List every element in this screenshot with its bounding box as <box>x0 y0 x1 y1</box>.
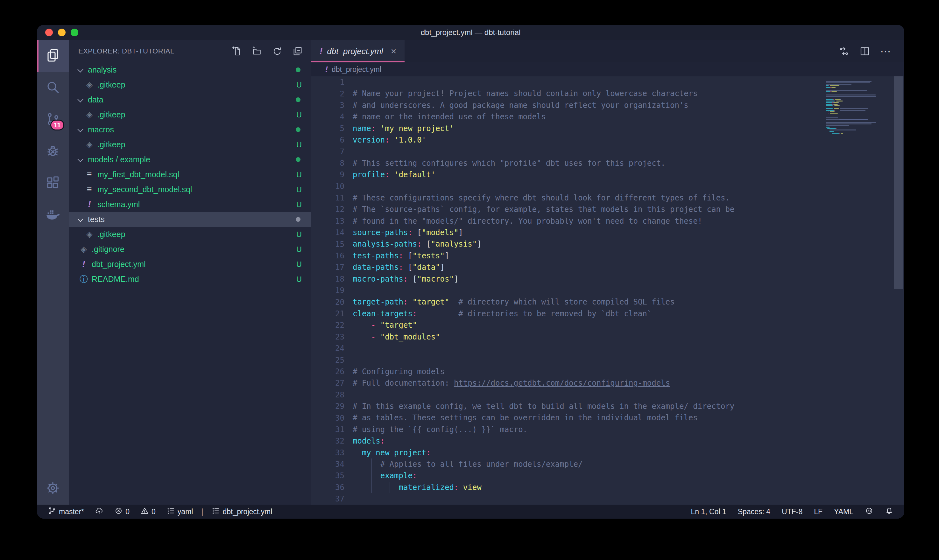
git-untracked-badge: U <box>296 230 302 239</box>
split-editor-button[interactable] <box>859 46 871 57</box>
files-icon <box>45 48 60 64</box>
refresh-explorer-button[interactable] <box>272 46 283 57</box>
status-eol-label: LF <box>814 508 822 516</box>
code-line-8: 8# This setting configures which "profil… <box>311 157 904 169</box>
status-cursor-position-label: Ln 1, Col 1 <box>691 508 727 516</box>
tree-item--gitignore[interactable]: ◈.gitignoreU <box>69 242 311 257</box>
code-line-12: 12# The `source-paths` config, for examp… <box>311 204 904 215</box>
line-content: test-paths: ["tests"] <box>353 250 904 262</box>
line-number: 6 <box>311 135 353 145</box>
tree-item-label: data <box>88 95 103 105</box>
tab-dbt-project-yml[interactable]: ! dbt_project.yml × <box>311 40 405 62</box>
code-line-16: 16test-paths: ["tests"] <box>311 250 904 262</box>
line-content: # In this example config, we tell dbt to… <box>353 401 904 412</box>
line-content: - "dbt_modules" <box>353 331 904 343</box>
tree-item-label: .gitkeep <box>97 140 125 149</box>
minimap[interactable] <box>826 79 882 135</box>
line-content: # Name your project! Project names shoul… <box>353 88 904 99</box>
status-errors[interactable]: 0 <box>111 505 133 518</box>
line-content: source-paths: ["models"] <box>353 227 904 238</box>
status-feedback[interactable] <box>862 505 877 518</box>
activitybar-item-docker[interactable] <box>37 199 69 231</box>
tasklist-icon <box>166 506 175 517</box>
tree-item-label: .gitkeep <box>97 110 125 119</box>
line-number: 15 <box>311 240 353 249</box>
indent-guide <box>371 482 372 493</box>
activitybar-item-run-and-debug[interactable] <box>37 135 69 168</box>
breadcrumb[interactable]: ! dbt_project.yml <box>311 62 904 76</box>
line-content: # Configuring models <box>353 366 904 377</box>
line-number: 30 <box>311 414 353 423</box>
code-line-10: 10 <box>311 181 904 192</box>
indent-guide <box>371 470 372 482</box>
tree-item-tests[interactable]: tests <box>69 212 311 227</box>
status-branch[interactable]: master* <box>45 505 87 518</box>
tree-item-label: .gitkeep <box>97 80 125 89</box>
activitybar-item-source-control[interactable]: 11 <box>37 104 69 135</box>
line-number: 18 <box>311 275 353 283</box>
tree-item-macros[interactable]: macros <box>69 122 311 137</box>
tree-item-label: .gitkeep <box>97 230 125 239</box>
status-language-mode-label: YAML <box>834 508 853 516</box>
status-language-mode[interactable]: YAML <box>831 505 857 518</box>
code-line-17: 17data-paths: ["data"] <box>311 262 904 273</box>
chevron-down-icon <box>76 126 85 134</box>
yaml-warning-icon: ! <box>325 65 328 74</box>
tree-item-analysis[interactable]: analysis <box>69 62 311 77</box>
status-notifications[interactable] <box>882 505 897 518</box>
close-tab-icon[interactable]: × <box>391 46 397 57</box>
line-content: # Full documentation: https://docs.getdb… <box>353 377 904 389</box>
new-file-button[interactable] <box>231 46 242 57</box>
status-indentation[interactable]: Spaces: 4 <box>735 505 773 518</box>
tree-item--gitkeep[interactable]: ◈.gitkeepU <box>69 227 311 242</box>
collapse-all-icon <box>292 52 303 58</box>
tree-item-my-first-dbt-model-sql[interactable]: ≡my_first_dbt_model.sqlU <box>69 167 311 182</box>
status-tasks-yaml[interactable]: yaml <box>163 505 196 518</box>
status-tasks-file[interactable]: dbt_project.yml <box>208 505 276 518</box>
activitybar-item-extensions[interactable] <box>37 168 69 199</box>
line-number: 23 <box>311 332 353 342</box>
tree-item-data[interactable]: data <box>69 92 311 107</box>
activitybar-item-manage[interactable] <box>37 473 69 505</box>
split-editor-icon <box>859 52 871 58</box>
indent-guide <box>353 447 353 458</box>
indent-guide <box>353 482 353 493</box>
tree-item--gitkeep[interactable]: ◈.gitkeepU <box>69 107 311 122</box>
line-number: 28 <box>311 391 353 399</box>
info-file-icon: ⓘ <box>79 274 88 285</box>
tree-item-models-example[interactable]: models / example <box>69 152 311 167</box>
chevron-down-icon <box>76 96 85 104</box>
status-warnings[interactable]: 0 <box>137 505 159 518</box>
status-tasks-file-label: dbt_project.yml <box>223 508 272 516</box>
new-folder-button[interactable] <box>251 46 262 57</box>
tree-item-schema-yml[interactable]: !schema.ymlU <box>69 197 311 212</box>
code-line-5: 5name: 'my_new_project' <box>311 123 904 134</box>
tree-item-dbt-project-yml[interactable]: !dbt_project.ymlU <box>69 257 311 272</box>
line-number: 1 <box>311 78 353 86</box>
code-line-20: 20target-path: "target" # directory whic… <box>311 296 904 308</box>
tree-item-readme-md[interactable]: ⓘREADME.mdU <box>69 272 311 287</box>
code-line-34: 34 # Applies to all files under models/e… <box>311 458 904 470</box>
tree-item-my-second-dbt-model-sql[interactable]: ≡my_second_dbt_model.sqlU <box>69 182 311 197</box>
tree-item-label: my_first_dbt_model.sql <box>97 170 179 179</box>
line-content: my_new_project: <box>353 447 904 458</box>
more-actions-button[interactable]: ⋯ <box>880 46 891 57</box>
code-editor[interactable]: 12# Name your project! Project names sho… <box>311 76 904 505</box>
indent-guide <box>389 482 390 493</box>
tree-item--gitkeep[interactable]: ◈.gitkeepU <box>69 137 311 152</box>
activitybar-item-explorer[interactable] <box>37 40 69 72</box>
window-title: dbt_project.yml — dbt-tutorial <box>37 28 904 37</box>
open-changes-button[interactable] <box>838 46 850 57</box>
status-publish[interactable] <box>92 505 107 518</box>
activitybar-item-search[interactable] <box>37 72 69 104</box>
code-line-14: 14source-paths: ["models"] <box>311 227 904 238</box>
open-changes-icon <box>838 52 850 58</box>
code-line-4: 4# name or the intended use of these mod… <box>311 111 904 123</box>
vertical-scrollbar[interactable] <box>894 76 903 289</box>
tree-item--gitkeep[interactable]: ◈.gitkeepU <box>69 77 311 92</box>
collapse-folders-button[interactable] <box>292 46 303 57</box>
tree-item-label: README.md <box>92 275 139 284</box>
status-cursor-position[interactable]: Ln 1, Col 1 <box>688 505 730 518</box>
status-eol[interactable]: LF <box>811 505 826 518</box>
status-encoding[interactable]: UTF-8 <box>779 505 806 518</box>
